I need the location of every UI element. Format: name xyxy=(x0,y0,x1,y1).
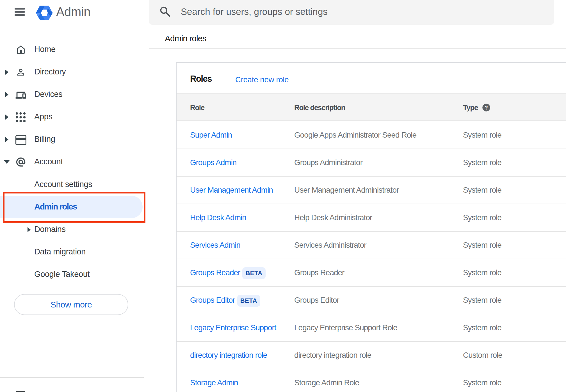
svg-text:?: ? xyxy=(485,105,488,111)
